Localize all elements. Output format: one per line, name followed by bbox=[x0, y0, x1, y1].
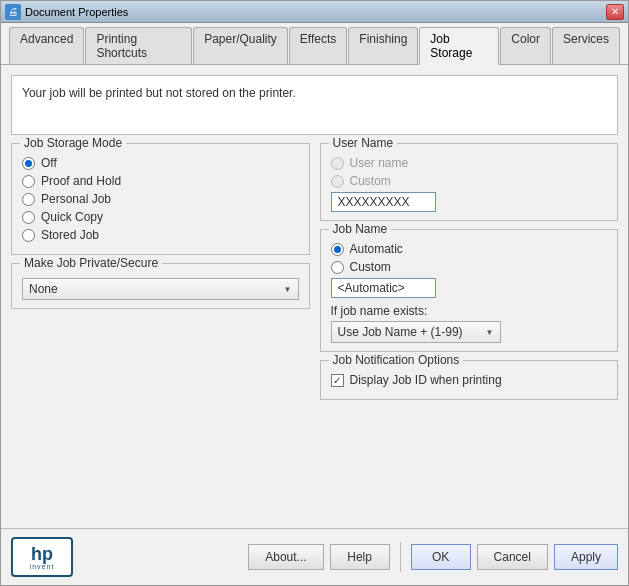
radio-custom-job-input[interactable] bbox=[331, 261, 344, 274]
tab-printing-shortcuts[interactable]: Printing Shortcuts bbox=[85, 27, 192, 64]
radio-automatic-input[interactable] bbox=[331, 243, 344, 256]
user-name-group: User Name User name Custom bbox=[320, 143, 619, 221]
if-job-exists-label: If job name exists: bbox=[331, 304, 428, 318]
left-panel: Job Storage Mode Off Proof and Hold P bbox=[11, 143, 310, 518]
radio-username-input[interactable] bbox=[331, 157, 344, 170]
radio-custom-user-input[interactable] bbox=[331, 175, 344, 188]
if-job-exists-value: Use Job Name + (1-99) bbox=[338, 325, 463, 339]
tabs-container: Advanced Printing Shortcuts Paper/Qualit… bbox=[1, 23, 628, 65]
info-text: Your job will be printed but not stored … bbox=[22, 86, 296, 100]
user-name-input[interactable] bbox=[331, 192, 436, 212]
hp-logo: hp invent bbox=[11, 537, 73, 577]
radio-proof-hold-input[interactable] bbox=[22, 175, 35, 188]
radio-off[interactable]: Off bbox=[22, 156, 299, 170]
display-job-id-item[interactable]: Display Job ID when printing bbox=[331, 373, 608, 387]
content-area: Your job will be printed but not stored … bbox=[1, 65, 628, 528]
radio-off-input[interactable] bbox=[22, 157, 35, 170]
radio-custom-user[interactable]: Custom bbox=[331, 174, 608, 188]
main-panels: Job Storage Mode Off Proof and Hold P bbox=[11, 143, 618, 518]
radio-quick-copy-input[interactable] bbox=[22, 211, 35, 224]
ok-button[interactable]: OK bbox=[411, 544, 471, 570]
tab-advanced[interactable]: Advanced bbox=[9, 27, 84, 64]
make-private-label: Make Job Private/Secure bbox=[20, 256, 162, 270]
apply-button[interactable]: Apply bbox=[554, 544, 618, 570]
radio-username-label: User name bbox=[350, 156, 409, 170]
radio-stored-job-label: Stored Job bbox=[41, 228, 99, 242]
radio-off-label: Off bbox=[41, 156, 57, 170]
job-storage-mode-group: Job Storage Mode Off Proof and Hold P bbox=[11, 143, 310, 255]
close-button[interactable]: ✕ bbox=[606, 4, 624, 20]
dropdown-arrow-icon: ▼ bbox=[284, 285, 292, 294]
radio-personal-job-label: Personal Job bbox=[41, 192, 111, 206]
radio-proof-hold[interactable]: Proof and Hold bbox=[22, 174, 299, 188]
tab-services[interactable]: Services bbox=[552, 27, 620, 64]
cancel-button[interactable]: Cancel bbox=[477, 544, 548, 570]
make-private-group: Make Job Private/Secure None ▼ bbox=[11, 263, 310, 309]
if-job-exists-arrow-icon: ▼ bbox=[486, 328, 494, 337]
radio-custom-job-label: Custom bbox=[350, 260, 391, 274]
radio-username[interactable]: User name bbox=[331, 156, 608, 170]
radio-stored-job[interactable]: Stored Job bbox=[22, 228, 299, 242]
window-icon: 🖨 bbox=[5, 4, 21, 20]
right-panel: User Name User name Custom bbox=[320, 143, 619, 518]
tab-color[interactable]: Color bbox=[500, 27, 551, 64]
radio-automatic-label: Automatic bbox=[350, 242, 403, 256]
title-bar: 🖨 Document Properties ✕ bbox=[1, 1, 628, 23]
bottom-bar: hp invent About... Help OK Cancel Apply bbox=[1, 528, 628, 585]
tab-paper-quality[interactable]: Paper/Quality bbox=[193, 27, 288, 64]
user-name-label: User Name bbox=[329, 136, 398, 150]
job-notification-label: Job Notification Options bbox=[329, 353, 464, 367]
job-notification-group: Job Notification Options Display Job ID … bbox=[320, 360, 619, 400]
job-storage-mode-label: Job Storage Mode bbox=[20, 136, 126, 150]
radio-quick-copy-label: Quick Copy bbox=[41, 210, 103, 224]
radio-custom-user-label: Custom bbox=[350, 174, 391, 188]
radio-personal-job-input[interactable] bbox=[22, 193, 35, 206]
radio-proof-hold-label: Proof and Hold bbox=[41, 174, 121, 188]
tab-effects[interactable]: Effects bbox=[289, 27, 347, 64]
radio-quick-copy[interactable]: Quick Copy bbox=[22, 210, 299, 224]
info-box: Your job will be printed but not stored … bbox=[11, 75, 618, 135]
help-button[interactable]: Help bbox=[330, 544, 390, 570]
window-title: Document Properties bbox=[25, 6, 128, 18]
bottom-right-section: About... Help OK Cancel Apply bbox=[248, 542, 618, 572]
logo-invent-text: invent bbox=[30, 563, 55, 570]
tab-job-storage[interactable]: Job Storage bbox=[419, 27, 499, 65]
radio-custom-job[interactable]: Custom bbox=[331, 260, 608, 274]
if-job-exists-dropdown[interactable]: Use Job Name + (1-99) ▼ bbox=[331, 321, 501, 343]
main-window: 🖨 Document Properties ✕ Advanced Printin… bbox=[0, 0, 629, 586]
job-name-group: Job Name Automatic Custom bbox=[320, 229, 619, 352]
radio-stored-job-input[interactable] bbox=[22, 229, 35, 242]
radio-personal-job[interactable]: Personal Job bbox=[22, 192, 299, 206]
action-buttons: OK Cancel Apply bbox=[411, 544, 618, 570]
tab-finishing[interactable]: Finishing bbox=[348, 27, 418, 64]
display-job-id-checkbox[interactable] bbox=[331, 374, 344, 387]
about-help-row: About... Help bbox=[248, 544, 389, 570]
make-private-dropdown[interactable]: None ▼ bbox=[22, 278, 299, 300]
radio-automatic[interactable]: Automatic bbox=[331, 242, 608, 256]
about-button[interactable]: About... bbox=[248, 544, 323, 570]
job-name-label: Job Name bbox=[329, 222, 392, 236]
job-name-input[interactable] bbox=[331, 278, 436, 298]
display-job-id-label: Display Job ID when printing bbox=[350, 373, 502, 387]
logo-hp-text: hp bbox=[31, 545, 53, 563]
make-private-value: None bbox=[29, 282, 58, 296]
